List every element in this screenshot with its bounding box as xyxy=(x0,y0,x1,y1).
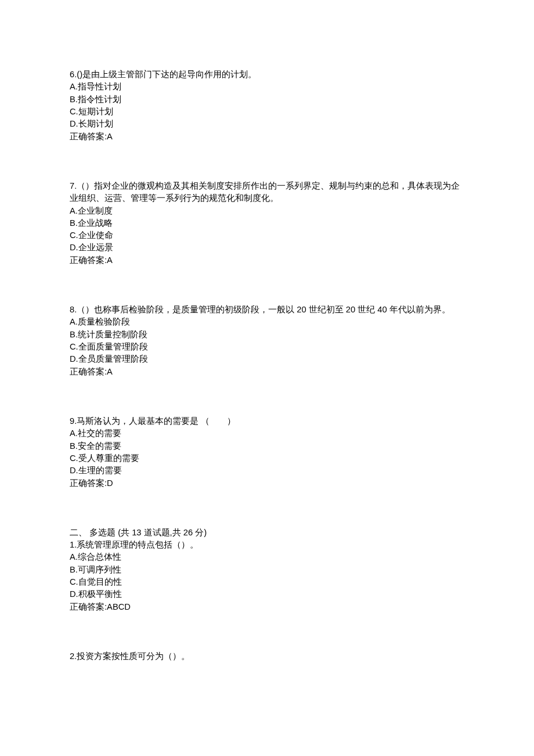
correct-answer: 正确答案:A xyxy=(70,366,464,378)
option-b: B.指令性计划 xyxy=(70,93,464,106)
option-a: A.企业制度 xyxy=(70,205,464,217)
option-d: D.积极平衡性 xyxy=(70,588,464,600)
option-b: B.安全的需要 xyxy=(70,440,464,452)
option-a: A.综合总体性 xyxy=(70,551,464,563)
option-d: D.长期计划 xyxy=(70,118,464,130)
option-d: D.全员质量管理阶段 xyxy=(70,353,464,365)
option-b: B.可调序列性 xyxy=(70,564,464,576)
option-c: C.企业使命 xyxy=(70,229,464,242)
option-d: D.企业远景 xyxy=(70,242,464,254)
question-8: 8.（）也称事后检验阶段，是质量管理的初级阶段，一般以 20 世纪初至 20 世… xyxy=(70,304,464,378)
option-a: A.指导性计划 xyxy=(70,81,464,93)
option-a: A.社交的需要 xyxy=(70,427,464,440)
question-7: 7.（）指对企业的微观构造及其相关制度安排所作出的一系列界定、规制与约束的总和，… xyxy=(70,180,464,267)
question-stem: 7.（）指对企业的微观构造及其相关制度安排所作出的一系列界定、规制与约束的总和，… xyxy=(70,180,464,205)
option-c: C.全面质量管理阶段 xyxy=(70,341,464,353)
correct-answer: 正确答案:A xyxy=(70,254,464,267)
option-c: C.短期计划 xyxy=(70,106,464,118)
option-a: A.质量检验阶段 xyxy=(70,316,464,328)
option-b: B.企业战略 xyxy=(70,217,464,229)
option-b: B.统计质量控制阶段 xyxy=(70,329,464,341)
section-2-header: 二、 多选题 (共 13 道试题,共 26 分) xyxy=(70,527,464,539)
question-stem: 8.（）也称事后检验阶段，是质量管理的初级阶段，一般以 20 世纪初至 20 世… xyxy=(70,304,464,316)
question-stem: 6.()是由上级主管部门下达的起导向作用的计划。 xyxy=(70,69,464,81)
question-6: 6.()是由上级主管部门下达的起导向作用的计划。 A.指导性计划 B.指令性计划… xyxy=(70,69,464,143)
question-9: 9.马斯洛认为，人最基本的需要是 （ ） A.社交的需要 B.安全的需要 C.受… xyxy=(70,415,464,489)
correct-answer: 正确答案:D xyxy=(70,477,464,489)
correct-answer: 正确答案:ABCD xyxy=(70,601,464,613)
option-d: D.生理的需要 xyxy=(70,465,464,477)
section-2-q2: 2.投资方案按性质可分为（）。 xyxy=(70,650,464,663)
correct-answer: 正确答案:A xyxy=(70,131,464,143)
option-c: C.受人尊重的需要 xyxy=(70,452,464,465)
question-stem: 2.投资方案按性质可分为（）。 xyxy=(70,650,464,663)
question-stem: 1.系统管理原理的特点包括（）。 xyxy=(70,539,464,551)
option-c: C.自觉目的性 xyxy=(70,576,464,588)
question-stem: 9.马斯洛认为，人最基本的需要是 （ ） xyxy=(70,415,464,427)
section-2-q1: 二、 多选题 (共 13 道试题,共 26 分) 1.系统管理原理的特点包括（）… xyxy=(70,527,464,613)
